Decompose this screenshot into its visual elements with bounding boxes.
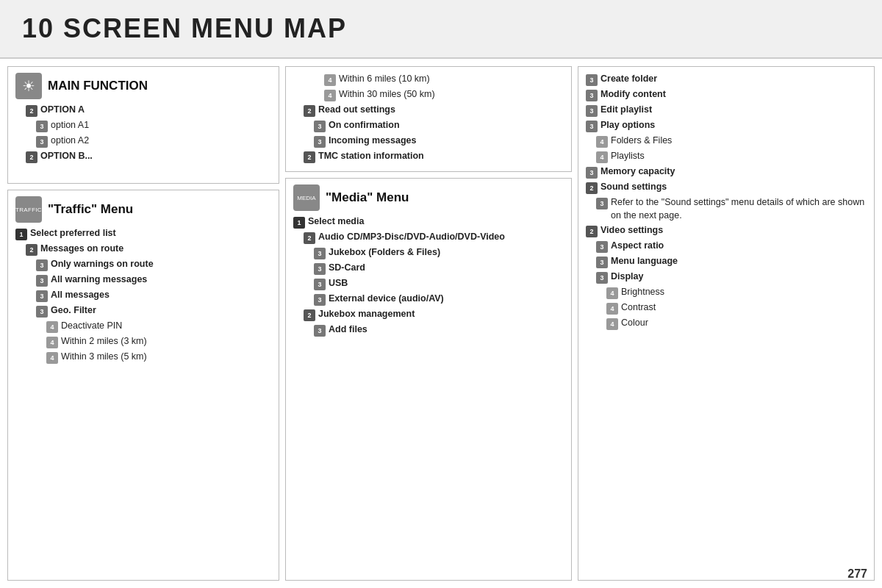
- level-badge: 3: [36, 275, 48, 287]
- main-function-section: ☀ MAIN FUNCTION 2OPTION A3option A13opti…: [7, 66, 279, 184]
- item-label: Jukebox management: [318, 308, 415, 321]
- level-badge: 2: [304, 151, 315, 163]
- level-badge: 2: [26, 105, 37, 117]
- level-badge: 3: [596, 272, 608, 284]
- item-label: Playlists: [611, 150, 645, 163]
- level-badge: 3: [314, 279, 326, 290]
- media-title: "Media" Menu: [326, 190, 409, 205]
- level-badge: 1: [293, 217, 305, 229]
- list-item: 3On confirmation: [293, 119, 564, 132]
- list-item: 2Sound settings: [586, 181, 867, 194]
- list-item: 3Add files: [293, 323, 564, 337]
- item-label: OPTION B...: [40, 150, 93, 163]
- item-label: Brightness: [621, 286, 664, 299]
- list-item: 3All warning messages: [15, 273, 271, 287]
- list-item: 1Select preferred list: [15, 227, 271, 240]
- level-badge: 2: [26, 244, 37, 256]
- list-item: 3All messages: [15, 289, 271, 302]
- level-badge: 1: [15, 229, 27, 240]
- list-item: 1Select media: [293, 215, 564, 229]
- item-label: Within 3 miles (5 km): [61, 351, 147, 364]
- item-label: Edit playlist: [600, 104, 652, 117]
- list-item: 3Create folder: [586, 73, 867, 86]
- list-item: 2Jukebox management: [293, 308, 564, 321]
- traffic-menu-section: TRAFFIC "Traffic" Menu 1Select preferred…: [7, 190, 279, 581]
- level-badge: 4: [596, 136, 608, 148]
- item-label: option A1: [51, 119, 89, 132]
- level-badge: 2: [304, 232, 315, 244]
- list-item: 2OPTION A: [15, 104, 271, 117]
- traffic-icon: TRAFFIC: [15, 196, 42, 223]
- list-item: 3Play options: [586, 119, 867, 132]
- level-badge: 3: [314, 263, 326, 275]
- list-item: 4Within 2 miles (3 km): [15, 335, 271, 348]
- item-label: Deactivate PIN: [61, 320, 122, 333]
- level-badge: 3: [36, 136, 48, 148]
- item-label: Audio CD/MP3-Disc/DVD-Audio/DVD-Video: [318, 231, 505, 244]
- page-title: 10 SCREEN MENU MAP: [22, 13, 347, 44]
- media-menu-section: MEDIA "Media" Menu 1Select media2Audio C…: [285, 178, 572, 581]
- level-badge: 3: [36, 306, 48, 318]
- level-badge: 4: [606, 287, 618, 299]
- page-number: 277: [847, 567, 867, 581]
- item-label: Select preferred list: [30, 227, 116, 240]
- level-badge: 4: [606, 318, 618, 330]
- item-label: External device (audio/AV): [329, 293, 444, 306]
- level-badge: 2: [586, 226, 598, 237]
- item-label: Display: [611, 270, 643, 284]
- list-item: 4Playlists: [586, 150, 867, 163]
- item-label: All messages: [51, 289, 110, 302]
- list-item: 3Aspect ratio: [586, 240, 867, 253]
- item-label: Add files: [329, 323, 368, 337]
- item-label: Sound settings: [600, 181, 667, 194]
- item-label: Modify content: [600, 88, 666, 101]
- middle-top-section: 4Within 6 miles (10 km)4Within 30 miles …: [285, 66, 572, 172]
- level-badge: 2: [304, 105, 315, 117]
- item-label: OPTION A: [40, 104, 85, 117]
- list-item: 3Menu language: [586, 255, 867, 268]
- level-badge: 3: [586, 74, 598, 86]
- main-function-title: MAIN FUNCTION: [48, 79, 148, 93]
- level-badge: 3: [36, 290, 48, 302]
- item-label: Incoming messages: [329, 135, 417, 148]
- level-badge: 3: [596, 257, 608, 268]
- level-badge: 3: [314, 248, 326, 259]
- list-item: 3Modify content: [586, 88, 867, 101]
- middle-top-items: 4Within 6 miles (10 km)4Within 30 miles …: [293, 73, 564, 163]
- item-label: Within 30 miles (50 km): [339, 88, 435, 101]
- list-item: 4Deactivate PIN: [15, 320, 271, 333]
- item-label: All warning messages: [51, 273, 147, 287]
- level-badge: 3: [586, 90, 598, 101]
- media-icon: MEDIA: [293, 184, 320, 211]
- item-label: Refer to the "Sound settings" menu detai…: [611, 196, 867, 222]
- item-label: TMC station information: [318, 150, 424, 163]
- list-item: 3External device (audio/AV): [293, 293, 564, 306]
- item-label: Menu language: [611, 255, 678, 268]
- list-item: 3USB: [293, 277, 564, 290]
- item-label: option A2: [51, 135, 89, 148]
- item-label: Geo. Filter: [51, 304, 96, 318]
- level-badge: 3: [586, 121, 598, 132]
- media-items: 1Select media2Audio CD/MP3-Disc/DVD-Audi…: [293, 215, 564, 337]
- item-label: Aspect ratio: [611, 240, 664, 253]
- level-badge: 3: [596, 241, 608, 253]
- item-label: Colour: [621, 317, 648, 330]
- list-item: 2TMC station information: [293, 150, 564, 163]
- item-label: Video settings: [600, 224, 663, 237]
- item-label: Within 2 miles (3 km): [61, 335, 147, 348]
- right-section: 3Create folder3Modify content3Edit playl…: [578, 66, 875, 581]
- traffic-items: 1Select preferred list2Messages on route…: [15, 227, 271, 364]
- list-item: 3option A1: [15, 119, 271, 132]
- item-label: On confirmation: [329, 119, 400, 132]
- level-badge: 4: [46, 321, 58, 333]
- traffic-title: "Traffic" Menu: [48, 202, 133, 217]
- level-badge: 2: [26, 151, 37, 163]
- sun-icon: ☀: [15, 73, 42, 99]
- item-label: Within 6 miles (10 km): [339, 73, 430, 86]
- item-label: Contrast: [621, 301, 656, 315]
- middle-column: 4Within 6 miles (10 km)4Within 30 miles …: [285, 66, 572, 581]
- list-item: 4Within 6 miles (10 km): [293, 73, 564, 86]
- list-item: 3Incoming messages: [293, 135, 564, 148]
- list-item: 2Messages on route: [15, 243, 271, 256]
- item-label: Read out settings: [318, 104, 395, 117]
